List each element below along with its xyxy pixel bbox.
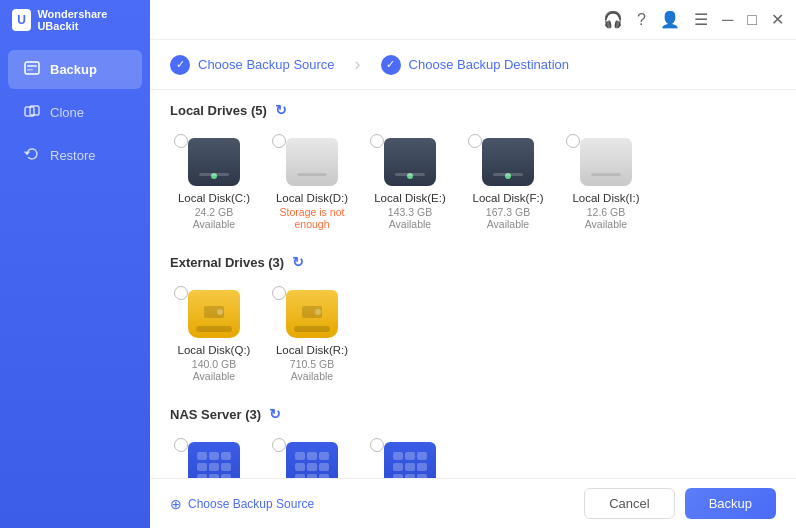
svg-rect-0	[25, 62, 39, 74]
external-drives-header: External Drives (3) ↻	[170, 254, 776, 270]
sidebar-item-restore[interactable]: Restore	[8, 136, 142, 175]
minimize-button[interactable]: ─	[722, 11, 733, 29]
app-logo: U Wondershare UBackit	[0, 0, 150, 40]
sidebar: U Wondershare UBackit Backup Clone	[0, 0, 150, 528]
local-drives-refresh-icon[interactable]: ↻	[275, 102, 287, 118]
backup-label: Backup	[50, 62, 97, 77]
local-drives-label: Local Drives (5)	[170, 103, 267, 118]
local-drives-grid: Local Disk(C:) 24.2 GB Available Local D…	[170, 130, 776, 238]
logo-icon: U	[12, 9, 31, 31]
drive-r-size: 710.5 GB Available	[274, 358, 350, 382]
footer-source-label: Choose Backup Source	[188, 497, 314, 511]
drive-c[interactable]: Local Disk(C:) 24.2 GB Available	[170, 130, 258, 238]
step-divider: ›	[355, 54, 361, 75]
headphone-icon[interactable]: 🎧	[603, 10, 623, 29]
drive-r-radio[interactable]	[272, 286, 286, 300]
step-destination-label: Choose Backup Destination	[409, 57, 569, 72]
step-source-label: Choose Backup Source	[198, 57, 335, 72]
drive-x-icon	[188, 442, 240, 478]
app-name: Wondershare UBackit	[37, 8, 138, 32]
nas-server-section: NAS Server (3) ↻	[170, 406, 776, 478]
drive-y[interactable]: video(Y:)	[268, 434, 356, 478]
local-drives-header: Local Drives (5) ↻	[170, 102, 776, 118]
drive-x-radio[interactable]	[174, 438, 188, 452]
drive-d-name: Local Disk(D:)	[276, 192, 348, 204]
drive-z[interactable]: home(Z:)	[366, 434, 454, 478]
drive-f[interactable]: Local Disk(F:) 167.3 GB Available	[464, 130, 552, 238]
drive-i-radio[interactable]	[566, 134, 580, 148]
step-destination[interactable]: ✓ Choose Backup Destination	[381, 55, 569, 75]
drive-q[interactable]: Local Disk(Q:) 140.0 GB Available	[170, 282, 258, 390]
drive-c-size: 24.2 GB Available	[176, 206, 252, 230]
nas-server-header: NAS Server (3) ↻	[170, 406, 776, 422]
drive-q-name: Local Disk(Q:)	[178, 344, 251, 356]
step-source-check: ✓	[170, 55, 190, 75]
drive-i-size: 12.6 GB Available	[568, 206, 644, 230]
drive-f-name: Local Disk(F:)	[473, 192, 544, 204]
drive-r[interactable]: Local Disk(R:) 710.5 GB Available	[268, 282, 356, 390]
nas-drives-grid: homes(X:)	[170, 434, 776, 478]
drive-z-radio[interactable]	[370, 438, 384, 452]
step-source[interactable]: ✓ Choose Backup Source	[170, 55, 335, 75]
external-drives-label: External Drives (3)	[170, 255, 284, 270]
footer-source[interactable]: ⊕ Choose Backup Source	[170, 496, 314, 512]
restore-label: Restore	[50, 148, 96, 163]
drive-e-name: Local Disk(E:)	[374, 192, 446, 204]
drive-y-radio[interactable]	[272, 438, 286, 452]
drive-e-radio[interactable]	[370, 134, 384, 148]
drive-i-name: Local Disk(I:)	[572, 192, 639, 204]
clone-icon	[24, 103, 40, 122]
menu-icon[interactable]: ☰	[694, 10, 708, 29]
content-area: Local Drives (5) ↻ Local Disk(C:) 24.2 G…	[150, 90, 796, 478]
drive-c-name: Local Disk(C:)	[178, 192, 250, 204]
clone-label: Clone	[50, 105, 84, 120]
drive-z-icon	[384, 442, 436, 478]
steps-bar: ✓ Choose Backup Source › ✓ Choose Backup…	[150, 40, 796, 90]
drive-i[interactable]: Local Disk(I:) 12.6 GB Available	[562, 130, 650, 238]
titlebar: 🎧 ? 👤 ☰ ─ □ ✕	[150, 0, 796, 40]
maximize-button[interactable]: □	[747, 11, 757, 29]
nas-server-refresh-icon[interactable]: ↻	[269, 406, 281, 422]
drive-y-icon	[286, 442, 338, 478]
drive-r-name: Local Disk(R:)	[276, 344, 348, 356]
restore-icon	[24, 146, 40, 165]
drive-x[interactable]: homes(X:)	[170, 434, 258, 478]
backup-button[interactable]: Backup	[685, 488, 776, 519]
nas-server-label: NAS Server (3)	[170, 407, 261, 422]
drive-d-size: Storage is not enough	[274, 206, 350, 230]
question-icon[interactable]: ?	[637, 11, 646, 29]
main-content: 🎧 ? 👤 ☰ ─ □ ✕ ✓ Choose Backup Source › ✓…	[150, 0, 796, 528]
drive-q-radio[interactable]	[174, 286, 188, 300]
drive-e-size: 143.3 GB Available	[372, 206, 448, 230]
drive-d-radio[interactable]	[272, 134, 286, 148]
drive-d[interactable]: Local Disk(D:) Storage is not enough	[268, 130, 356, 238]
external-drives-grid: Local Disk(Q:) 140.0 GB Available	[170, 282, 776, 390]
drive-f-radio[interactable]	[468, 134, 482, 148]
drive-q-size: 140.0 GB Available	[176, 358, 252, 382]
drive-e[interactable]: Local Disk(E:) 143.3 GB Available	[366, 130, 454, 238]
cancel-button[interactable]: Cancel	[584, 488, 674, 519]
backup-icon	[24, 60, 40, 79]
drive-f-icon	[482, 138, 534, 186]
user-icon[interactable]: 👤	[660, 10, 680, 29]
close-button[interactable]: ✕	[771, 10, 784, 29]
drive-r-icon	[286, 290, 338, 338]
external-drives-section: External Drives (3) ↻ Loca	[170, 254, 776, 390]
drive-c-icon	[188, 138, 240, 186]
svg-rect-1	[27, 65, 37, 67]
external-drives-refresh-icon[interactable]: ↻	[292, 254, 304, 270]
footer-buttons: Cancel Backup	[584, 488, 776, 519]
sidebar-item-backup[interactable]: Backup	[8, 50, 142, 89]
sidebar-nav: Backup Clone Restore	[0, 40, 150, 175]
drive-c-radio[interactable]	[174, 134, 188, 148]
sidebar-item-clone[interactable]: Clone	[8, 93, 142, 132]
footer: ⊕ Choose Backup Source Cancel Backup	[150, 478, 796, 528]
svg-point-8	[315, 309, 321, 315]
local-drives-section: Local Drives (5) ↻ Local Disk(C:) 24.2 G…	[170, 102, 776, 238]
step-destination-check: ✓	[381, 55, 401, 75]
drive-d-icon	[286, 138, 338, 186]
svg-point-6	[217, 309, 223, 315]
drive-e-icon	[384, 138, 436, 186]
drive-i-icon	[580, 138, 632, 186]
add-source-icon: ⊕	[170, 496, 182, 512]
